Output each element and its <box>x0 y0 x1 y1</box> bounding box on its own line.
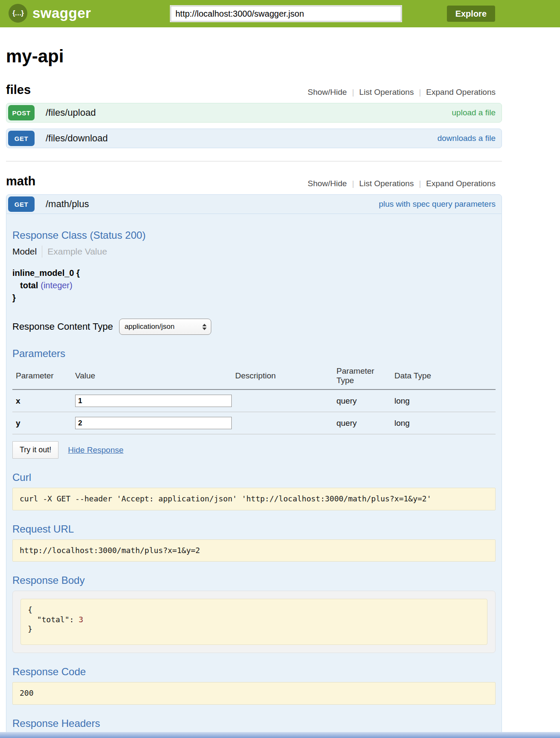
files-list-operations-link[interactable]: List Operations <box>359 88 414 97</box>
api-url-input[interactable] <box>171 6 401 21</box>
json-number: 3 <box>79 615 83 624</box>
files-show-hide-link[interactable]: Show/Hide <box>308 88 347 97</box>
parameter-row-y: y query long <box>12 412 496 434</box>
parameters-table: Parameter Value Description Parameter Ty… <box>12 364 496 434</box>
tab-separator <box>42 246 42 258</box>
method-badge-get: GET <box>8 196 35 212</box>
swagger-logo-icon: {…} <box>9 4 27 23</box>
col-value: Value <box>75 364 235 390</box>
param-type: query <box>336 390 394 412</box>
response-content-type-select[interactable]: application/json <box>119 319 211 335</box>
op-path-files-upload[interactable]: /files/upload <box>46 107 452 118</box>
separator: | <box>352 179 354 188</box>
tab-model[interactable]: Model <box>12 246 37 257</box>
method-badge-get: GET <box>8 131 35 146</box>
op-path-files-download[interactable]: /files/download <box>46 133 438 144</box>
op-summary-files-upload[interactable]: upload a file <box>452 108 496 117</box>
response-body-json: { "total": 3 } <box>20 599 487 645</box>
col-parameter: Parameter <box>12 364 75 390</box>
curl-command: curl -X GET --header 'Accept: applicatio… <box>12 488 496 510</box>
files-section-controls: Show/Hide|List Operations|Expand Operati… <box>308 88 496 97</box>
separator: | <box>352 88 354 97</box>
model-property: total(integer) <box>12 279 496 292</box>
model-open: inline_model_0 { <box>12 267 496 279</box>
try-it-out-button[interactable]: Try it out! <box>12 441 58 459</box>
param-name: y <box>12 412 75 434</box>
section-files-head: files Show/Hide|List Operations|Expand O… <box>6 83 502 97</box>
math-section-controls: Show/Hide|List Operations|Expand Operati… <box>308 179 496 188</box>
files-expand-operations-link[interactable]: Expand Operations <box>426 88 496 97</box>
curl-heading: Curl <box>12 472 496 483</box>
parameters-header-row: Parameter Value Description Parameter Ty… <box>12 364 496 390</box>
response-content-type-label: Response Content Type <box>12 321 113 332</box>
col-description: Description <box>235 364 336 390</box>
op-summary-math-plus[interactable]: plus with spec query parameters <box>379 199 496 209</box>
math-show-hide-link[interactable]: Show/Hide <box>308 179 347 188</box>
op-panel-get-math-plus: Response Class (Status 200) Model Exampl… <box>6 214 502 738</box>
section-math: math Show/Hide|List Operations|Expand Op… <box>6 174 502 738</box>
col-data-type: Data Type <box>394 364 496 390</box>
model-tabs: Model Example Value <box>12 246 496 258</box>
op-row-post-files-upload[interactable]: POST /files/upload upload a file <box>6 103 502 123</box>
section-files: files Show/Hide|List Operations|Expand O… <box>6 83 502 148</box>
main-content: my-api files Show/Hide|List Operations|E… <box>6 46 502 738</box>
request-url-heading: Request URL <box>12 523 496 535</box>
swagger-brand[interactable]: {…} swagger <box>9 4 91 23</box>
response-code-heading: Response Code <box>12 666 496 678</box>
param-description <box>235 412 336 434</box>
param-data-type: long <box>394 412 496 434</box>
response-body-container: { "total": 3 } <box>12 591 496 653</box>
param-y-input[interactable] <box>75 417 232 429</box>
json-text: } <box>28 624 32 633</box>
try-it-out-row: Try it out! Hide Response <box>12 441 496 459</box>
model-close: } <box>12 292 496 304</box>
tab-example-value[interactable]: Example Value <box>47 246 107 257</box>
op-row-get-math-plus[interactable]: GET /math/plus plus with spec query para… <box>6 194 502 214</box>
section-files-title: files <box>6 83 31 97</box>
section-math-title: math <box>6 174 35 188</box>
json-text: { "total": <box>28 605 79 624</box>
response-headers-heading: Response Headers <box>12 718 496 729</box>
property-type: (integer) <box>41 281 72 290</box>
math-list-operations-link[interactable]: List Operations <box>359 179 414 188</box>
response-content-type-row: Response Content Type application/json <box>12 319 496 335</box>
select-arrows-icon <box>202 324 207 330</box>
param-type: query <box>336 412 394 434</box>
param-x-input[interactable] <box>75 395 232 407</box>
header-bar: {…} swagger Explore <box>0 0 560 27</box>
response-class-heading: Response Class (Status 200) <box>12 229 496 241</box>
section-divider <box>6 161 502 161</box>
swagger-logo-text: swagger <box>32 5 91 21</box>
page-title: my-api <box>6 46 502 67</box>
section-math-head: math Show/Hide|List Operations|Expand Op… <box>6 174 502 188</box>
bottom-bar <box>0 732 560 738</box>
explore-button[interactable]: Explore <box>447 6 495 22</box>
selected-content-type: application/json <box>125 322 175 331</box>
hide-response-link[interactable]: Hide Response <box>68 445 123 455</box>
parameters-heading: Parameters <box>12 348 496 360</box>
param-data-type: long <box>394 390 496 412</box>
param-description <box>235 390 336 412</box>
separator: | <box>419 88 421 97</box>
response-code-value: 200 <box>12 682 496 705</box>
property-name: total <box>20 281 38 290</box>
op-path-math-plus[interactable]: /math/plus <box>46 199 379 210</box>
parameter-row-x: x query long <box>12 390 496 412</box>
method-badge-post: POST <box>8 105 35 120</box>
op-summary-files-download[interactable]: downloads a file <box>438 134 496 143</box>
math-expand-operations-link[interactable]: Expand Operations <box>426 179 496 188</box>
request-url-value: http://localhost:3000/math/plus?x=1&y=2 <box>12 539 496 562</box>
model-signature: inline_model_0 { total(integer) } <box>12 267 496 304</box>
col-parameter-type: Parameter Type <box>336 364 394 390</box>
param-name: x <box>12 390 75 412</box>
op-row-get-files-download[interactable]: GET /files/download downloads a file <box>6 129 502 148</box>
separator: | <box>419 179 421 188</box>
response-body-heading: Response Body <box>12 574 496 586</box>
